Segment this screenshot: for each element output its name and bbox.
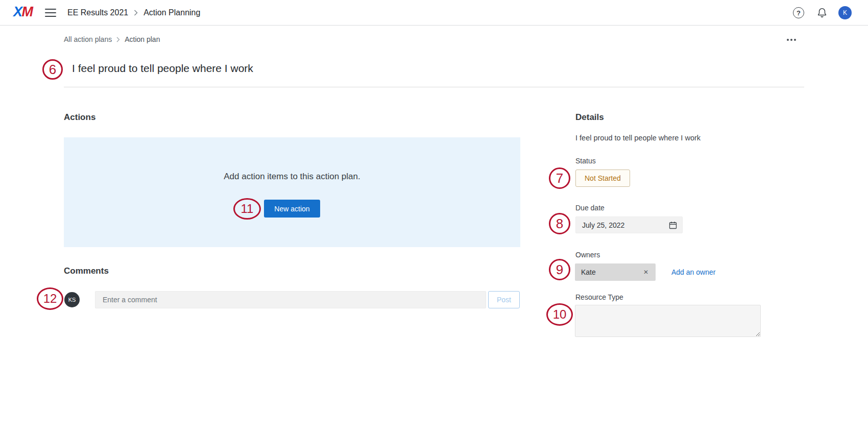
new-action-button[interactable]: New action <box>264 200 320 218</box>
owner-name: Kate <box>581 268 596 276</box>
actions-heading: Actions <box>64 112 95 123</box>
chevron-right-icon <box>134 10 138 16</box>
breadcrumb-page[interactable]: Action Planning <box>143 8 200 17</box>
xm-logo[interactable]: XM <box>13 4 33 20</box>
details-description: I feel proud to tell people where I work <box>575 134 769 142</box>
actions-empty-message: Add action items to this action plan. <box>64 172 520 182</box>
status-label: Status <box>575 157 596 165</box>
resource-type-label: Resource Type <box>575 293 623 301</box>
comments-heading: Comments <box>64 266 109 276</box>
more-options-icon[interactable] <box>785 37 798 43</box>
topbar-breadcrumb: EE Results 2021 Action Planning <box>67 0 200 26</box>
status-dropdown-button[interactable]: Not Started <box>575 170 630 187</box>
annotation-9-owners: 9 <box>549 259 570 280</box>
page-breadcrumb: All action plans Action plan <box>64 35 160 43</box>
breadcrumb-action-plan: Action plan <box>125 35 160 43</box>
due-date-label: Due date <box>575 204 605 212</box>
page-title: I feel proud to tell people where I work <box>72 62 253 75</box>
post-comment-button[interactable]: Post <box>488 291 520 308</box>
breadcrumb-project[interactable]: EE Results 2021 <box>67 8 128 17</box>
logo-letter-m: M <box>22 4 33 19</box>
due-date-value: July 25, 2022 <box>582 221 624 229</box>
annotation-10-resource-type: 10 <box>546 303 573 326</box>
action-planning-screen: XM EE Results 2021 Action Planning ? K A… <box>0 0 868 434</box>
chevron-right-icon <box>116 37 120 42</box>
calendar-icon[interactable] <box>669 221 677 229</box>
notifications-bell-icon[interactable] <box>816 7 828 18</box>
annotation-6-title: 6 <box>42 59 63 80</box>
annotation-8-due-date: 8 <box>549 213 570 234</box>
remove-owner-icon[interactable]: ✕ <box>641 268 650 277</box>
commenter-avatar: KS <box>64 292 80 307</box>
details-heading: Details <box>575 112 604 123</box>
add-owner-link[interactable]: Add an owner <box>671 268 715 276</box>
owner-tag: Kate ✕ <box>575 263 656 281</box>
breadcrumb-all-action-plans[interactable]: All action plans <box>64 35 112 43</box>
menu-icon[interactable] <box>45 9 56 17</box>
top-bar: XM EE Results 2021 Action Planning ? K <box>0 0 868 26</box>
annotation-7-status: 7 <box>549 167 570 189</box>
title-divider <box>64 87 804 87</box>
due-date-input[interactable]: July 25, 2022 <box>575 216 683 233</box>
actions-empty-panel: Add action items to this action plan. Ne… <box>64 137 520 247</box>
user-avatar[interactable]: K <box>838 6 852 19</box>
annotation-12-comment: 12 <box>37 287 63 310</box>
help-icon[interactable]: ? <box>793 7 804 18</box>
resource-type-textarea[interactable] <box>575 305 761 337</box>
owners-label: Owners <box>575 251 600 259</box>
comment-input[interactable] <box>95 291 486 308</box>
logo-letter-x: X <box>13 4 22 19</box>
